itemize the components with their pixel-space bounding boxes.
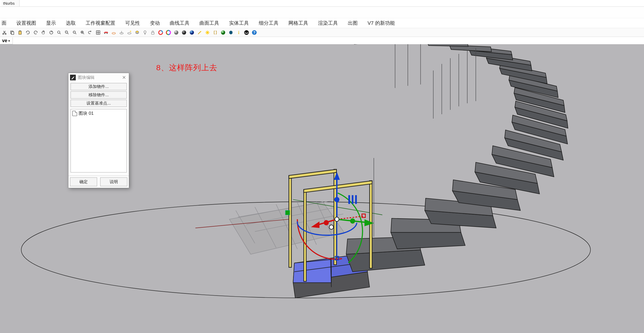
list-item-label: 图块 01 <box>79 110 94 116</box>
copy-icon[interactable] <box>9 29 16 36</box>
menu-subd-tools[interactable]: 细分工具 <box>259 20 279 27</box>
svg-point-15 <box>107 33 108 34</box>
add-objects-button[interactable]: 添加物件... <box>71 83 127 90</box>
svg-point-26 <box>221 30 225 35</box>
svg-point-23 <box>182 30 186 35</box>
file-icon <box>72 111 77 116</box>
svg-point-0 <box>3 33 4 35</box>
svg-point-22 <box>174 30 178 35</box>
svg-marker-42 <box>391 232 465 249</box>
cplane-obj-icon[interactable] <box>118 29 125 36</box>
annotation-text: 8、这样阵列上去 <box>156 62 217 73</box>
lock-icon[interactable] <box>149 29 156 36</box>
block-list[interactable]: 图块 01 <box>71 109 127 172</box>
help-icon[interactable]: ? <box>251 29 258 36</box>
close-icon[interactable]: ✕ <box>121 75 127 80</box>
menu-curve-tools[interactable]: 曲线工具 <box>170 20 190 27</box>
black-circle-icon[interactable] <box>243 29 250 36</box>
set-basepoint-button[interactable]: 设置基准点... <box>71 100 127 107</box>
svg-rect-5 <box>20 30 21 31</box>
menu-visibility[interactable]: 可见性 <box>125 20 140 27</box>
undo-view-icon[interactable] <box>87 29 94 36</box>
remove-objects-button[interactable]: 移除物件... <box>71 91 127 99</box>
list-item[interactable]: 图块 01 <box>72 110 125 117</box>
svg-marker-69 <box>427 44 468 46</box>
menu-mesh-tools[interactable]: 网格工具 <box>288 20 308 27</box>
svg-rect-86 <box>304 189 306 281</box>
viewport-label-text: ve <box>2 38 7 43</box>
svg-marker-88 <box>304 181 372 193</box>
menu-solid-tools[interactable]: 实体工具 <box>229 20 249 27</box>
menu-view-layout[interactable]: 工作视窗配置 <box>86 20 115 27</box>
info-icon[interactable] <box>235 29 242 36</box>
svg-point-14 <box>104 33 105 34</box>
menu-bar: 面 设置视图 显示 选取 工作视窗配置 可见性 变动 曲线工具 曲面工具 实体工… <box>0 18 644 28</box>
menu-face[interactable]: 面 <box>2 20 7 27</box>
help-button[interactable]: 说明 <box>100 177 127 186</box>
viewport-3d[interactable]: 8、这样阵列上去 图块编辑 ✕ 添加物件... 移除物件... 设置基准点...… <box>0 44 644 333</box>
light-icon[interactable] <box>142 29 148 36</box>
menu-render-tools[interactable]: 渲染工具 <box>318 20 338 27</box>
zoom-select-icon[interactable] <box>71 29 78 36</box>
bracket-icon[interactable] <box>212 29 219 36</box>
blue-sphere-icon[interactable] <box>188 29 195 36</box>
menu-display[interactable]: 显示 <box>46 20 56 27</box>
layers-icon[interactable] <box>134 29 141 36</box>
pan-icon[interactable] <box>40 29 47 36</box>
dark-sphere-icon[interactable] <box>181 29 187 36</box>
viewport-label[interactable]: ve ▾ <box>0 37 13 44</box>
redo-icon[interactable] <box>32 29 39 36</box>
svg-point-93 <box>334 197 339 202</box>
wand-icon[interactable] <box>196 29 203 36</box>
svg-point-10 <box>73 31 75 33</box>
menu-select[interactable]: 选取 <box>66 20 76 27</box>
named-cplane-icon[interactable] <box>126 29 133 36</box>
gear-yellow-icon[interactable] <box>204 29 211 36</box>
svg-point-1 <box>5 33 6 35</box>
zoom-window-icon[interactable] <box>64 29 70 36</box>
undo-icon[interactable] <box>24 29 31 36</box>
viewport-area: ve ▾ <box>0 37 644 333</box>
zoom-extents-icon[interactable] <box>79 29 86 36</box>
cplane-world-icon[interactable] <box>110 29 117 36</box>
svg-rect-103 <box>352 195 353 204</box>
gray-sphere-icon[interactable] <box>173 29 180 36</box>
dialog-titlebar[interactable]: 图块编辑 ✕ <box>68 73 129 82</box>
menu-print[interactable]: 出图 <box>348 20 358 27</box>
green-sphere-icon[interactable] <box>220 29 226 36</box>
title-bar: tNurbs <box>0 0 644 7</box>
svg-point-107 <box>329 225 333 229</box>
spacer <box>0 7 644 18</box>
menu-surface-tools[interactable]: 曲面工具 <box>199 20 219 27</box>
svg-point-18 <box>128 33 131 34</box>
zoom-icon[interactable] <box>56 29 62 36</box>
svg-rect-27 <box>238 31 239 32</box>
paste-icon[interactable] <box>17 29 23 36</box>
svg-rect-3 <box>11 32 14 35</box>
menu-new-in-v7[interactable]: V7 的新功能 <box>368 20 395 27</box>
hex-teal-icon[interactable] <box>228 29 234 36</box>
rotate-view-icon[interactable] <box>48 29 55 36</box>
menu-set-view[interactable]: 设置视图 <box>16 20 36 27</box>
menu-transform[interactable]: 变动 <box>150 20 160 27</box>
svg-point-16 <box>112 33 116 34</box>
car-icon[interactable] <box>103 29 109 36</box>
svg-point-101 <box>350 218 355 223</box>
ok-button[interactable]: 确定 <box>70 177 97 186</box>
svg-marker-85 <box>289 169 337 178</box>
svg-rect-20 <box>151 32 154 34</box>
svg-point-21 <box>166 30 171 35</box>
four-view-icon[interactable] <box>95 29 102 36</box>
title-fragment: tNurbs <box>2 0 20 7</box>
svg-rect-105 <box>286 210 290 215</box>
svg-point-29 <box>244 30 249 35</box>
block-edit-dialog[interactable]: 图块编辑 ✕ 添加物件... 移除物件... 设置基准点... 图块 01 确定… <box>68 73 129 188</box>
svg-point-8 <box>65 31 68 33</box>
svg-text:?: ? <box>253 30 256 35</box>
cycle-red-icon[interactable] <box>157 29 164 36</box>
cut-icon[interactable] <box>1 29 8 36</box>
svg-point-106 <box>335 217 339 221</box>
color-circle-icon[interactable] <box>165 29 172 36</box>
svg-rect-102 <box>348 195 350 204</box>
svg-line-89 <box>338 216 363 219</box>
